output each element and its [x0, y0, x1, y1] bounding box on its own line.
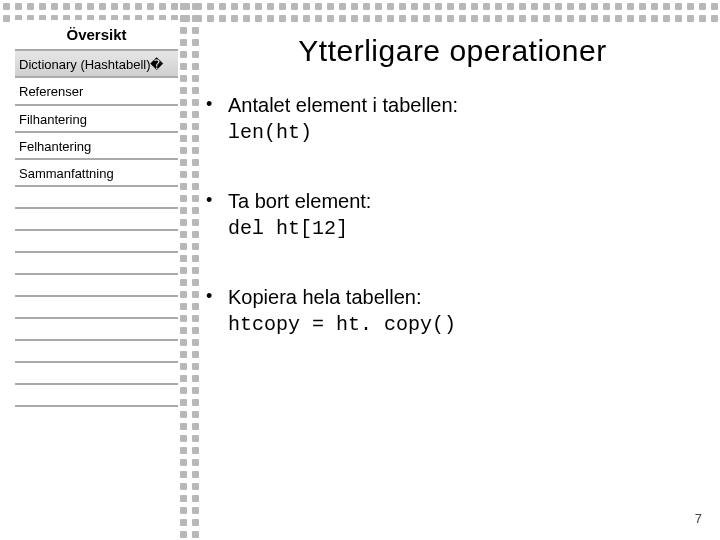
sidebar: Översikt Dictionary (Hashtabell)�Referen… [15, 20, 178, 407]
bullet-code: del ht[12] [228, 215, 371, 242]
sidebar-item-empty [15, 231, 178, 253]
bullet-text: Kopiera hela tabellen:htcopy = ht. copy(… [228, 284, 456, 338]
bullet-line: Kopiera hela tabellen: [228, 284, 456, 311]
decor-dot-col-1 [180, 0, 190, 540]
bullet-item: •Kopiera hela tabellen:htcopy = ht. copy… [206, 284, 705, 338]
sidebar-item-empty [15, 385, 178, 407]
sidebar-item-empty [15, 363, 178, 385]
decor-dot-row-top [0, 3, 720, 13]
sidebar-item[interactable]: Referenser [15, 78, 178, 105]
slide-title: Ytterligare operationer [200, 20, 705, 86]
sidebar-item-empty [15, 297, 178, 319]
sidebar-item-empty [15, 209, 178, 231]
bullet-marker: • [206, 284, 228, 308]
bullet-item: •Ta bort element:del ht[12] [206, 188, 705, 242]
sidebar-item-empty [15, 319, 178, 341]
sidebar-item[interactable]: Filhantering [15, 106, 178, 133]
sidebar-item[interactable]: Felhantering [15, 133, 178, 160]
sidebar-item-empty [15, 187, 178, 209]
bullet-text: Antalet element i tabellen:len(ht) [228, 92, 458, 146]
slide-content: Ytterligare operationer •Antalet element… [200, 20, 705, 380]
bullet-line: Antalet element i tabellen: [228, 92, 458, 119]
bullet-line: Ta bort element: [228, 188, 371, 215]
sidebar-title: Översikt [15, 20, 178, 51]
sidebar-item-empty [15, 253, 178, 275]
bullet-list: •Antalet element i tabellen:len(ht)•Ta b… [200, 86, 705, 338]
sidebar-item-empty [15, 275, 178, 297]
sidebar-item[interactable]: Dictionary (Hashtabell)� [15, 51, 178, 78]
sidebar-item-empty [15, 341, 178, 363]
bullet-item: •Antalet element i tabellen:len(ht) [206, 92, 705, 146]
bullet-marker: • [206, 92, 228, 116]
bullet-code: len(ht) [228, 119, 458, 146]
sidebar-item[interactable]: Sammanfattning [15, 160, 178, 187]
bullet-marker: • [206, 188, 228, 212]
bullet-code: htcopy = ht. copy() [228, 311, 456, 338]
bullet-text: Ta bort element:del ht[12] [228, 188, 371, 242]
page-number: 7 [695, 511, 702, 526]
